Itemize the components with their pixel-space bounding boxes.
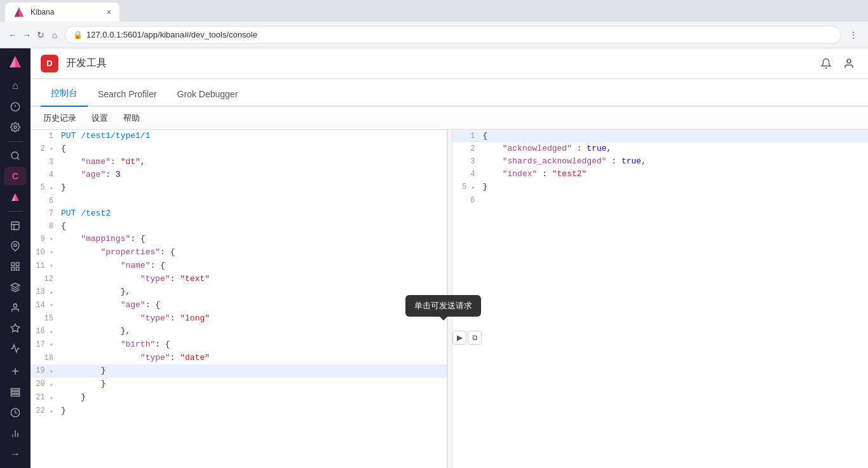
nav-visualize-icon[interactable] <box>4 217 27 235</box>
nav-home-icon[interactable]: ⌂ <box>4 77 27 95</box>
nav-canvas-icon[interactable]: C <box>4 167 27 185</box>
svg-point-4 <box>11 152 18 159</box>
tab-console[interactable]: 控制台 <box>41 81 88 107</box>
pane-divider[interactable]: ⋮ <box>447 130 452 468</box>
nav-settings-icon[interactable] <box>4 118 27 136</box>
table-row: 20 ▴ } <box>31 378 447 391</box>
table-row: 3 "name": "dt", <box>31 156 447 169</box>
table-row: 1 PUT /test1/type1/1 <box>31 130 447 142</box>
nav-security-icon[interactable] <box>4 299 27 317</box>
table-row: 1 { <box>452 130 869 142</box>
table-row: 2 "acknowledged" : true, <box>452 142 869 155</box>
app-icon-badge: D <box>41 55 58 72</box>
nav-kibana-icon[interactable] <box>4 188 27 205</box>
tab-favicon <box>13 6 25 18</box>
table-row: 22 ▴ } <box>31 404 447 418</box>
tab-title: Kibana <box>31 8 54 17</box>
address-text: 127.0.0.1:5601/app/kibana#/dev_tools/con… <box>86 30 257 39</box>
copy-button[interactable]: ⧉ <box>468 331 482 345</box>
nav-arrow-icon[interactable]: → <box>4 445 27 463</box>
nav-search-icon[interactable] <box>4 147 27 165</box>
nav-divider-1 <box>8 141 23 142</box>
top-bar: D 开发工具 <box>31 48 868 79</box>
notifications-icon[interactable] <box>817 55 835 72</box>
svg-rect-11 <box>11 268 15 271</box>
home-button[interactable]: ⌂ <box>50 30 60 40</box>
editor-lines: 1 PUT /test1/type1/1 2 ▾ { 3 "name": "dt… <box>31 130 447 468</box>
table-row: 7 PUT /test2 <box>31 207 447 220</box>
app-title: 开发工具 <box>66 57 107 70</box>
address-bar[interactable]: 🔒 127.0.0.1:5601/app/kibana#/dev_tools/c… <box>65 26 841 44</box>
editor-toolbar: 历史记录 设置 帮助 <box>31 107 868 130</box>
nav-divider-2 <box>8 211 23 212</box>
nav-map-icon[interactable] <box>4 237 27 255</box>
left-nav: ⌂ C <box>0 48 31 468</box>
help-button[interactable]: 帮助 <box>121 110 142 127</box>
table-row: 5 ▴ } <box>31 181 447 195</box>
svg-marker-13 <box>11 324 19 332</box>
back-button[interactable]: ← <box>8 30 18 40</box>
table-row: 16 ▴ }, <box>31 325 447 338</box>
svg-rect-6 <box>11 222 19 230</box>
settings-button[interactable]: 设置 <box>89 110 111 127</box>
table-row: 6 <box>31 195 447 207</box>
svg-rect-15 <box>11 392 19 394</box>
svg-rect-9 <box>16 263 19 266</box>
nav-apm-icon[interactable] <box>4 404 27 422</box>
nav-management2-icon[interactable] <box>4 383 27 401</box>
table-row: 3 "shards_acknowledged" : true, <box>452 155 869 168</box>
lock-icon: 🔒 <box>73 31 83 39</box>
svg-line-5 <box>17 158 19 160</box>
nav-infrastructure-icon[interactable] <box>4 424 27 442</box>
run-button[interactable]: ▶ <box>452 331 466 345</box>
table-row: 13 ▴ }, <box>31 286 447 299</box>
history-button[interactable]: 历史记录 <box>41 110 79 127</box>
svg-rect-16 <box>11 394 19 396</box>
kibana-logo <box>5 53 25 69</box>
svg-point-18 <box>847 59 851 63</box>
tab-close-button[interactable]: ✕ <box>106 8 112 17</box>
svg-rect-8 <box>11 263 15 266</box>
nav-alert-icon[interactable] <box>4 97 27 115</box>
forward-button[interactable]: → <box>22 30 32 40</box>
nav-dashboard-icon[interactable] <box>4 258 27 275</box>
nav-ml-icon[interactable] <box>4 278 27 296</box>
sub-tabs: 控制台 Search Profiler Grok Debugger <box>31 79 868 107</box>
table-row: 14 ▾ "age": { <box>31 299 447 312</box>
browser-tab[interactable]: Kibana ✕ <box>5 3 119 22</box>
editor-area: 1 PUT /test1/type1/1 2 ▾ { 3 "name": "dt… <box>31 130 868 468</box>
user-icon[interactable] <box>840 55 858 72</box>
svg-rect-14 <box>11 389 19 390</box>
table-row: 10 ▾ "properties": { <box>31 246 447 259</box>
nav-add-icon[interactable]: + <box>4 363 27 381</box>
table-row: 6 <box>452 194 869 207</box>
table-row: 11 ▾ "name": { <box>31 259 447 273</box>
table-row: 19 ▴ } <box>31 364 447 378</box>
table-row: 5 ▴ } <box>452 181 869 194</box>
extensions-button[interactable]: ⋮ <box>846 28 860 42</box>
editor-pane[interactable]: 1 PUT /test1/type1/1 2 ▾ { 3 "name": "dt… <box>31 130 447 468</box>
nav-lens-icon[interactable] <box>4 319 27 337</box>
table-row: 8 { <box>31 220 447 233</box>
output-pane: 1 { 2 "acknowledged" : true, 3 "shards_a… <box>452 130 869 468</box>
table-row: 15 "type": "long" <box>31 312 447 325</box>
tab-search-profiler[interactable]: Search Profiler <box>88 83 167 107</box>
svg-rect-10 <box>16 268 19 271</box>
table-row: 4 "age": 3 <box>31 169 447 181</box>
table-row: 12 "type": "text" <box>31 273 447 286</box>
svg-point-7 <box>14 244 17 247</box>
reload-button[interactable]: ↻ <box>36 30 46 40</box>
table-row: 2 ▾ { <box>31 142 447 156</box>
table-row: 17 ▾ "birth": { <box>31 338 447 352</box>
svg-point-3 <box>14 126 17 128</box>
tab-grok-debugger[interactable]: Grok Debugger <box>167 83 248 107</box>
action-buttons: ▶ ⧉ <box>452 331 482 345</box>
table-row: 18 "type": "date" <box>31 352 447 364</box>
table-row: 21 ▴ } <box>31 391 447 404</box>
output-lines: 1 { 2 "acknowledged" : true, 3 "shards_a… <box>452 130 869 468</box>
svg-point-12 <box>13 304 17 307</box>
table-row: 9 ▾ "mappings": { <box>31 233 447 246</box>
table-row: 4 "index" : "test2" <box>452 168 869 181</box>
nav-uptime-icon[interactable] <box>4 340 27 357</box>
